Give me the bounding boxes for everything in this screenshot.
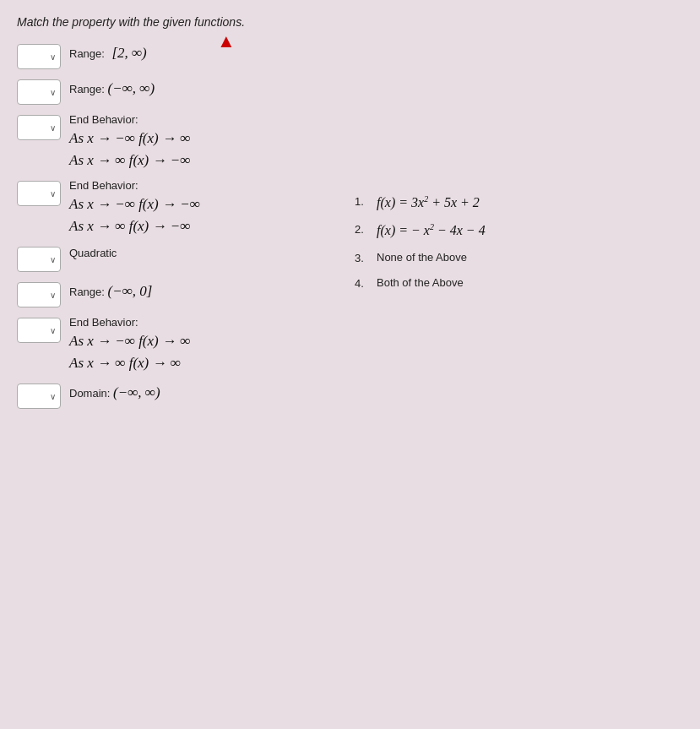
left-column: ∨ Range: [2, ∞) ▲ ∨ Range: [17,42,329,409]
item-label: Quadratic [69,247,117,259]
list-item: ∨ Range: (−∞, 0] [17,280,329,307]
math-line: As x → −∞ f(x) → −∞ [69,193,329,215]
right-item-1: 1. f(x) = 3x2 + 5x + 2 [355,194,683,210]
item-label: Range: [69,83,108,95]
math-block: As x → −∞ f(x) → ∞ As x → ∞ f(x) → ∞ [69,330,329,373]
right-item-2: 2. f(x) = − x2 − 4x − 4 [355,222,683,238]
dropdown-5[interactable]: ∨ [17,247,61,272]
dropdown-6[interactable]: ∨ [17,282,61,307]
chevron-down-icon: ∨ [50,88,56,97]
right-column: 1. f(x) = 3x2 + 5x + 2 2. f(x) = − x2 − … [329,42,683,409]
item-content: End Behavior: As x → −∞ f(x) → ∞ As x → … [69,316,329,373]
right-item-text: Both of the Above [377,276,464,289]
right-item-number: 1. [355,195,370,208]
item-content: End Behavior: As x → −∞ f(x) → ∞ As x → … [69,113,329,171]
list-item: ∨ End Behavior: As x → −∞ f(x) → −∞ As x… [17,179,329,237]
item-label: Domain: [69,387,113,400]
instruction-text: Match the property with the given functi… [17,15,683,29]
dropdown-2[interactable]: ∨ [17,79,61,105]
right-item-3: 3. None of the Above [355,251,683,264]
item-math: [2, ∞) [111,45,146,61]
chevron-down-icon: ∨ [50,255,56,264]
right-item-number: 2. [355,223,370,236]
item-content: Range: (−∞, 0] [69,280,329,302]
math-block: As x → −∞ f(x) → ∞ As x → ∞ f(x) → −∞ [69,128,329,171]
right-item-math: f(x) = − x2 − 4x − 4 [377,222,486,238]
item-label: Range: [69,286,108,298]
math-line: As x → −∞ f(x) → ∞ [69,128,329,150]
dropdown-8[interactable]: ∨ [17,384,61,409]
chevron-down-icon: ∨ [50,326,56,335]
chevron-down-icon: ∨ [50,52,56,62]
item-content: End Behavior: As x → −∞ f(x) → −∞ As x →… [69,179,329,237]
item-label: End Behavior: [69,179,329,192]
chevron-down-icon: ∨ [50,189,56,199]
chevron-down-icon: ∨ [50,392,56,401]
item-math: (−∞, 0] [108,283,153,299]
main-layout: ∨ Range: [2, ∞) ▲ ∨ Range: [17,42,683,409]
right-item-text: None of the Above [377,251,467,264]
right-item-4: 4. Both of the Above [355,276,683,290]
math-line: As x → ∞ f(x) → −∞ [69,215,329,237]
right-item-number: 4. [355,277,370,290]
right-item-math: f(x) = 3x2 + 5x + 2 [377,194,480,210]
chevron-down-icon: ∨ [50,123,56,133]
list-item: ∨ End Behavior: As x → −∞ f(x) → ∞ As x … [17,316,329,373]
dropdown-1[interactable]: ∨ [17,44,61,69]
item-math: (−∞, ∞) [113,384,160,400]
item-content: Range: (−∞, ∞) [69,78,329,100]
item-label: End Behavior: [69,113,329,126]
list-item: ∨ Range: [2, ∞) ▲ [17,42,329,69]
list-item: ∨ Domain: (−∞, ∞) [17,382,329,409]
chevron-down-icon: ∨ [50,291,56,300]
math-line: As x → −∞ f(x) → ∞ [69,330,329,352]
item-content: Range: [2, ∞) ▲ [69,42,329,64]
dropdown-3[interactable]: ∨ [17,115,61,140]
math-block: As x → −∞ f(x) → −∞ As x → ∞ f(x) → −∞ [69,193,329,237]
dropdown-4[interactable]: ∨ [17,181,61,206]
list-item: ∨ End Behavior: As x → −∞ f(x) → ∞ As x … [17,113,329,171]
right-item-number: 3. [355,252,370,264]
list-item: ∨ Range: (−∞, ∞) [17,78,329,105]
math-line: As x → ∞ f(x) → −∞ [69,150,329,171]
item-content: Domain: (−∞, ∞) [69,382,329,404]
item-content: Quadratic [69,245,329,260]
page-container: Match the property with the given functi… [0,0,700,729]
item-label: End Behavior: [69,316,329,329]
math-line: As x → ∞ f(x) → ∞ [69,352,329,374]
item-label: Range: [69,47,105,60]
list-item: ∨ Quadratic [17,245,329,272]
dropdown-7[interactable]: ∨ [17,318,61,343]
cursor-icon: ▲ [217,30,236,52]
item-math: (−∞, ∞) [108,80,155,96]
